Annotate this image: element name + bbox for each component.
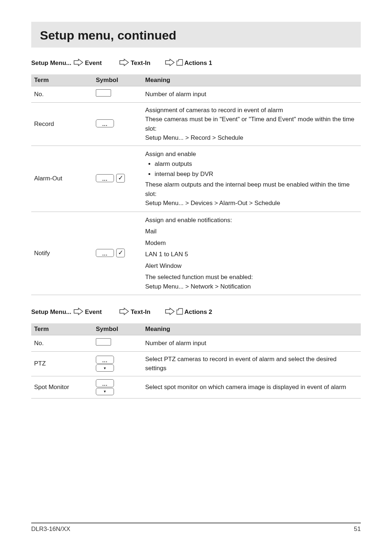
term-cell: Alarm-Out	[31, 146, 93, 212]
meaning-cell: Select PTZ cameras to record in event of…	[142, 351, 361, 376]
table-header-meaning: Meaning	[142, 323, 361, 335]
tab-icon	[176, 59, 183, 67]
footer-model: DLR3-16N/XX	[31, 526, 70, 533]
checkbox-icon: ✓	[116, 174, 125, 183]
ellipsis-button-icon: ...	[96, 174, 114, 182]
footer-page-number: 51	[354, 526, 361, 533]
dropdown-icon: ▾	[96, 364, 114, 372]
page-title-bar: Setup menu, continued	[31, 22, 361, 48]
breadcrumb-level2: Text-In	[131, 60, 163, 67]
rect-icon	[96, 338, 111, 346]
breadcrumb-actions-1: Setup Menu... Event Text-In Actions 1	[31, 58, 361, 68]
arrow-right-icon	[119, 58, 129, 68]
table-header-term: Term	[31, 74, 93, 86]
meaning-cell: Number of alarm input	[142, 335, 361, 352]
page-title: Setup menu, continued	[40, 28, 352, 42]
breadcrumb-root: Setup Menu...	[31, 308, 72, 316]
symbol-cell	[93, 335, 142, 352]
dropdown-icon: ▾	[96, 388, 114, 395]
symbol-cell: ... ▾	[93, 376, 142, 398]
checkbox-icon: ✓	[116, 249, 125, 257]
table-header-symbol: Symbol	[93, 74, 142, 86]
breadcrumb-level1: Event	[85, 60, 118, 67]
arrow-right-icon	[165, 58, 175, 68]
symbol-cell	[93, 86, 142, 103]
term-cell: Notify	[31, 212, 93, 295]
breadcrumb-tab-2: Actions 2	[184, 308, 217, 316]
table-row: Notify ... ✓ Assign and enable notificat…	[31, 212, 361, 295]
table-row: Spot Monitor ... ▾ Select spot monitor o…	[31, 376, 361, 398]
meaning-cell: Number of alarm input	[142, 86, 361, 103]
term-cell: Record	[31, 102, 93, 146]
table-row: No. Number of alarm input	[31, 86, 361, 103]
table-row: Record ... Assignment of cameras to reco…	[31, 102, 361, 146]
definitions-table-1: Term Symbol Meaning No. Number of alarm …	[31, 74, 361, 295]
breadcrumb-level1: Event	[85, 308, 118, 316]
term-cell: No.	[31, 335, 93, 352]
meaning-cell: Select spot monitor on which camera imag…	[142, 376, 361, 398]
term-cell: No.	[31, 86, 93, 103]
rect-icon	[96, 89, 111, 97]
table-header-meaning: Meaning	[142, 74, 361, 86]
meaning-cell: Assign and enable notifications: Mail Mo…	[142, 212, 361, 295]
arrow-right-icon	[73, 307, 83, 317]
table-row: No. Number of alarm input	[31, 335, 361, 352]
page-footer: DLR3-16N/XX 51	[31, 523, 361, 533]
meaning-cell: Assign and enable alarm outputs internal…	[142, 146, 361, 212]
ellipsis-button-icon: ...	[96, 379, 114, 387]
arrow-right-icon	[165, 307, 175, 317]
breadcrumb-actions-2: Setup Menu... Event Text-In Actions 2	[31, 307, 361, 317]
ellipsis-button-icon: ...	[96, 249, 114, 257]
definitions-table-2: Term Symbol Meaning No. Number of alarm …	[31, 323, 361, 398]
arrow-right-icon	[119, 307, 129, 317]
table-row: PTZ ... ▾ Select PTZ cameras to record i…	[31, 351, 361, 376]
term-cell: Spot Monitor	[31, 376, 93, 398]
meaning-cell: Assignment of cameras to record in event…	[142, 102, 361, 146]
arrow-right-icon	[73, 58, 83, 68]
table-row: Alarm-Out ... ✓ Assign and enable alarm …	[31, 146, 361, 212]
breadcrumb-tab-1: Actions 1	[184, 60, 217, 67]
symbol-cell: ... ▾	[93, 351, 142, 376]
symbol-cell: ... ✓	[93, 212, 142, 295]
table-header-symbol: Symbol	[93, 323, 142, 335]
breadcrumb-level2: Text-In	[131, 308, 163, 316]
ellipsis-button-icon: ...	[96, 119, 114, 127]
symbol-cell: ... ✓	[93, 146, 142, 212]
breadcrumb-root: Setup Menu...	[31, 60, 72, 67]
ellipsis-button-icon: ...	[96, 356, 114, 364]
tab-icon	[176, 308, 183, 316]
symbol-cell: ...	[93, 102, 142, 146]
table-header-term: Term	[31, 323, 93, 335]
term-cell: PTZ	[31, 351, 93, 376]
